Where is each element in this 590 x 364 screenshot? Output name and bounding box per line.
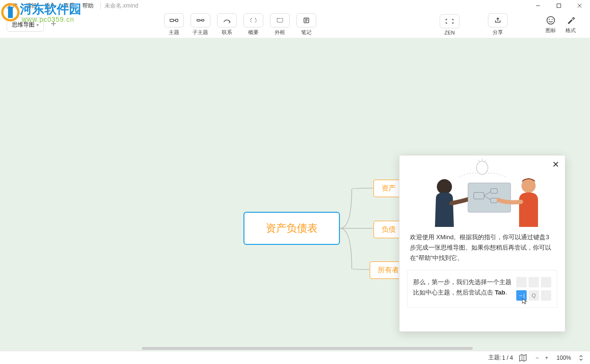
subtopic-icon: [196, 17, 205, 24]
boundary-icon: [275, 17, 285, 24]
menu-insert[interactable]: 插入: [41, 2, 60, 10]
window-minimize-button[interactable]: [528, 0, 548, 11]
relation-label: 联系: [222, 29, 232, 36]
svg-point-22: [477, 161, 488, 174]
summary-button[interactable]: 概要: [243, 13, 263, 36]
svg-rect-27: [468, 183, 511, 212]
share-button[interactable]: 分享: [488, 13, 508, 36]
topic-count: 主题: 1 / 4: [488, 354, 513, 362]
boundary-button[interactable]: 外框: [270, 13, 290, 36]
subtopic-label: 子主题: [192, 29, 208, 36]
smiley-icon: [546, 15, 556, 26]
window-close-button[interactable]: [569, 0, 590, 11]
onboarding-popup: ✕ 欢迎使用 XMind。根据我的指引，你可以通过键盘3步完成一张思维导图。如果…: [399, 155, 565, 332]
svg-line-23: [478, 160, 480, 162]
keycap-placeholder-1: [516, 277, 527, 287]
format-label: 格式: [565, 27, 576, 34]
keycap-placeholder-3: [541, 277, 551, 287]
emoji-icon-button[interactable]: 图标: [546, 15, 556, 34]
zoom-menu-button[interactable]: [577, 354, 585, 362]
share-label: 分享: [493, 29, 503, 36]
window-maximize-button[interactable]: [548, 0, 569, 11]
svg-point-26: [437, 179, 452, 194]
filename-label: 未命名.xmind: [100, 2, 138, 10]
add-tab-button[interactable]: [48, 18, 59, 31]
popup-step-text: 那么，第一步，我们先选择一个主题比如中心主题，然后尝试点击 Tab.: [413, 277, 512, 298]
summary-label: 概要: [248, 29, 259, 36]
share-icon: [493, 17, 503, 24]
svg-rect-14: [277, 18, 283, 22]
svg-rect-13: [201, 19, 204, 21]
svg-point-20: [549, 19, 550, 20]
step-key: Tab: [495, 289, 505, 296]
statusbar: 主题: 1 / 4 − + 100%: [0, 351, 590, 364]
menu-file[interactable]: 文件: [3, 2, 22, 10]
zen-label: ZEN: [444, 30, 455, 35]
notes-button[interactable]: 笔记: [296, 13, 316, 36]
menu-help[interactable]: 帮助: [78, 2, 97, 10]
keycap-placeholder-4: [541, 290, 551, 301]
menu-edit[interactable]: 编辑: [22, 2, 41, 10]
svg-rect-11: [197, 19, 200, 21]
tab-mindmap[interactable]: 思维导图 ▾: [7, 17, 44, 32]
toolbar: 思维导图 ▾ 主题 子主题 联系 概要 外框 笔记: [0, 11, 590, 38]
central-topic[interactable]: 资产负债表: [243, 212, 340, 245]
topic-count-label: 主题:: [488, 354, 501, 362]
notes-label: 笔记: [301, 29, 312, 36]
tab-mindmap-label: 思维导图: [12, 21, 35, 29]
horizontal-scrollbar-thumb[interactable]: [142, 347, 473, 350]
cursor-icon: [521, 298, 528, 304]
paintbrush-icon: [565, 15, 576, 26]
zoom-in-button[interactable]: +: [542, 354, 551, 362]
keycap-tab: →|: [516, 290, 527, 301]
zoom-level[interactable]: 100%: [556, 355, 571, 361]
keycap-q: Q: [529, 290, 539, 301]
svg-rect-10: [175, 19, 178, 22]
popup-close-button[interactable]: ✕: [552, 159, 559, 170]
icon-label: 图标: [546, 27, 556, 34]
map-icon[interactable]: [519, 354, 527, 362]
notes-icon: [302, 17, 311, 24]
boundary-label: 外框: [275, 29, 285, 36]
topic-icon: [169, 17, 179, 24]
horizontal-scrollbar[interactable]: [0, 346, 584, 351]
topic-count-value: 1 / 4: [502, 355, 513, 361]
summary-icon: [249, 17, 258, 24]
popup-intro-text: 欢迎使用 XMind。根据我的指引，你可以通过键盘3步完成一张思维导图。如果你想…: [399, 229, 565, 270]
svg-rect-8: [170, 19, 174, 22]
topic-label: 主题: [169, 29, 179, 36]
zen-icon: [445, 17, 454, 25]
topic-button[interactable]: 主题: [164, 13, 184, 36]
keycap-placeholder-2: [529, 277, 539, 287]
svg-line-24: [485, 160, 486, 162]
svg-rect-3: [557, 4, 561, 8]
svg-point-21: [552, 19, 553, 20]
subtopic-button[interactable]: 子主题: [191, 13, 210, 36]
relation-icon: [222, 17, 232, 24]
menu-view[interactable]: 查看: [60, 2, 78, 10]
step-suffix: .: [505, 289, 507, 296]
menubar: 文件 编辑 插入 查看 帮助 未命名.xmind: [0, 0, 590, 11]
zen-button[interactable]: ZEN: [440, 14, 460, 35]
popup-illustration: [399, 156, 565, 229]
format-button[interactable]: 格式: [565, 15, 576, 34]
svg-point-19: [547, 17, 555, 24]
chevron-down-icon: ▾: [36, 22, 39, 27]
relation-button[interactable]: 联系: [217, 13, 237, 36]
zoom-out-button[interactable]: −: [533, 354, 541, 362]
popup-step-box: 那么，第一步，我们先选择一个主题比如中心主题，然后尝试点击 Tab. →| Q: [407, 270, 557, 308]
svg-point-33: [521, 179, 536, 193]
